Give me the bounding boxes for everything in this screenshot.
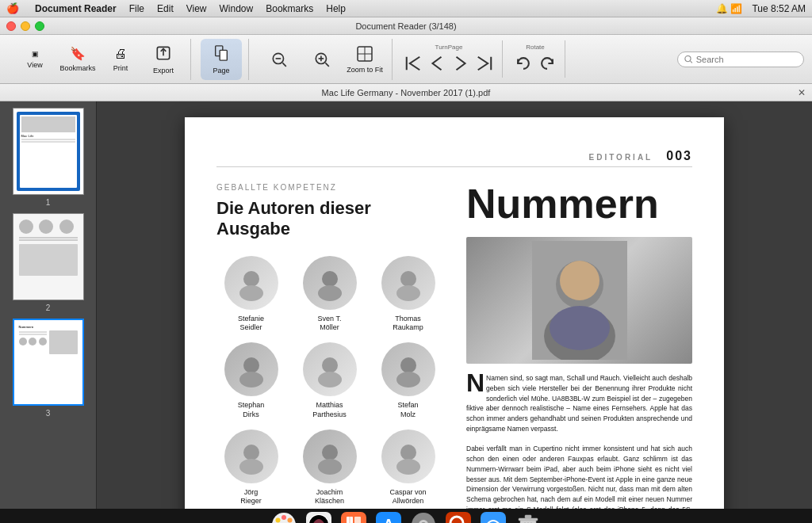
author-avatar-6 xyxy=(224,429,278,483)
bookmarks-button[interactable]: 🔖 Bookmarks xyxy=(57,39,98,80)
thumb-num-3: 3 xyxy=(46,409,51,418)
zoom-in-icon xyxy=(313,51,331,68)
thumbnail-2[interactable]: 2 xyxy=(13,213,84,312)
menu-window[interactable]: Window xyxy=(220,3,254,14)
svg-point-26 xyxy=(322,357,338,373)
menu-bookmarks[interactable]: Bookmarks xyxy=(266,3,313,14)
clock: Tue 8:52 AM xyxy=(752,3,806,14)
rotate-ccw-button[interactable] xyxy=(512,52,534,74)
left-column: GEBALLTE KOMPETENZ Die Autoren dieser Au… xyxy=(216,183,442,509)
export-button[interactable]: Export xyxy=(143,39,184,80)
editorial-header: EDITORIAL 003 xyxy=(216,149,692,167)
author-name-1: Sven T.Möller xyxy=(318,315,342,333)
svg-rect-57 xyxy=(354,517,361,523)
maximize-button[interactable] xyxy=(35,21,44,31)
svg-point-35 xyxy=(396,459,420,475)
zoom-fit-label: Zoom to Fit xyxy=(347,66,383,74)
svg-line-17 xyxy=(691,61,692,63)
menu-edit[interactable]: Edit xyxy=(157,3,174,14)
turnpage-buttons xyxy=(402,52,496,74)
print-button[interactable]: 🖨 Print xyxy=(100,39,141,80)
print-label: Print xyxy=(113,64,128,72)
last-page-button[interactable] xyxy=(473,52,496,74)
author-avatar-8 xyxy=(381,429,435,483)
menubar-icons: 🔔 📶 xyxy=(716,3,742,14)
app-name-menu[interactable]: Document Reader xyxy=(35,3,117,14)
dock-photos[interactable] xyxy=(270,510,298,523)
svg-point-34 xyxy=(400,445,416,460)
titlebar-close[interactable]: ✕ xyxy=(798,87,806,98)
search-bar[interactable] xyxy=(677,52,804,67)
search-icon xyxy=(684,55,693,64)
svg-text:♪: ♪ xyxy=(316,518,322,523)
main-page-view[interactable]: EDITORIAL 003 GEBALLTE KOMPETENZ Die Aut… xyxy=(97,101,812,509)
minimize-button[interactable] xyxy=(21,21,30,31)
dock-airdrop[interactable] xyxy=(479,510,508,523)
menu-view[interactable]: View xyxy=(186,3,207,14)
authors-grid-row2: StephanDirks MatthiasParthesius xyxy=(216,342,442,419)
author-avatar-1 xyxy=(303,256,357,310)
dock-books[interactable] xyxy=(339,510,368,523)
thumbnail-3[interactable]: Nummern xyxy=(13,319,84,418)
menu-bar: 🍎 Document Reader File Edit View Window … xyxy=(0,0,812,17)
magnifier-icon xyxy=(446,512,471,523)
zoom-fit-button[interactable]: Zoom to Fit xyxy=(344,39,385,80)
author-avatar-3 xyxy=(224,342,278,396)
menubar-right: 🔔 📶 Tue 8:52 AM xyxy=(716,3,806,14)
export-icon xyxy=(155,44,172,63)
svg-point-24 xyxy=(243,357,259,373)
svg-point-18 xyxy=(243,271,259,287)
menu-file[interactable]: File xyxy=(129,3,144,14)
svg-rect-3 xyxy=(220,50,227,60)
menu-help[interactable]: Help xyxy=(326,3,346,14)
author-name-5: StefanMolz xyxy=(397,401,418,419)
app-title: Document Reader (3/148) xyxy=(355,21,456,31)
thumbnail-1[interactable]: Mac Life 1 xyxy=(13,108,84,207)
body-main-text: Dabei verfällt man in Cupertino nicht im… xyxy=(466,445,692,509)
page-label: Page xyxy=(213,67,229,74)
svg-point-19 xyxy=(239,285,263,301)
svg-point-27 xyxy=(318,372,342,387)
author-avatar-5 xyxy=(381,342,435,396)
itunes-icon: ♪ xyxy=(306,512,331,523)
thumbnail-panel: Mac Life 1 xyxy=(0,101,97,509)
authors-heading: Die Autoren dieser Ausgabe xyxy=(216,198,442,240)
prev-icon xyxy=(428,55,446,72)
svg-point-21 xyxy=(318,285,342,301)
first-page-button[interactable] xyxy=(402,52,424,74)
rotate-label: Rotate xyxy=(526,44,545,51)
thumb-num-1: 1 xyxy=(46,198,51,207)
zoom-in-button[interactable] xyxy=(301,39,343,80)
search-input[interactable] xyxy=(696,55,797,64)
last-page-icon xyxy=(476,55,493,72)
right-column: Nummern N Namen sind xyxy=(466,183,692,509)
svg-point-20 xyxy=(322,271,338,287)
dock-trash[interactable] xyxy=(514,510,542,523)
close-button[interactable] xyxy=(6,21,16,31)
author-3: StephanDirks xyxy=(216,342,285,419)
zoom-out-button[interactable] xyxy=(259,39,300,80)
page-icon xyxy=(213,44,230,63)
toolbar-page-group: Page xyxy=(194,39,249,80)
author-name-3: StephanDirks xyxy=(238,401,265,419)
svg-point-43 xyxy=(288,518,293,523)
dock-itunes[interactable]: ♪ xyxy=(304,510,333,523)
svg-text:A: A xyxy=(384,517,394,523)
thumb-num-2: 2 xyxy=(46,303,51,312)
author-8: Caspar vonAllwörden xyxy=(373,429,442,506)
airdrop-icon xyxy=(481,512,506,523)
apple-menu[interactable]: 🍎 xyxy=(6,2,19,14)
authors-grid-row3: JörgRieger JoachimKläschen xyxy=(216,429,442,506)
author-avatar-2 xyxy=(381,256,435,310)
svg-point-29 xyxy=(396,372,420,387)
view-button[interactable]: ▣ View xyxy=(14,39,56,80)
rotate-cw-button[interactable] xyxy=(536,52,558,74)
prev-page-button[interactable] xyxy=(426,52,448,74)
dock-magnifier[interactable] xyxy=(444,510,473,523)
dock-sysprefs[interactable] xyxy=(409,510,438,523)
page-button[interactable]: Page xyxy=(201,39,242,80)
next-page-button[interactable] xyxy=(450,52,472,74)
person-photo xyxy=(466,237,692,364)
dock-appstore[interactable]: A xyxy=(374,510,403,523)
svg-rect-64 xyxy=(423,513,425,517)
